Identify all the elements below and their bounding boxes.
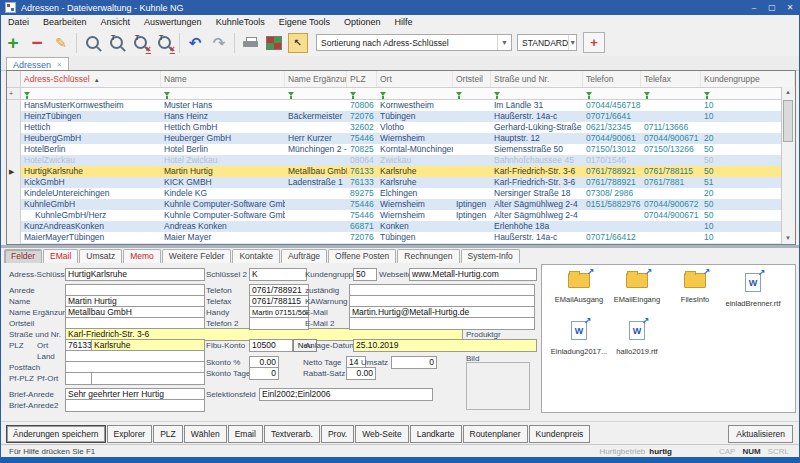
filter-cell-telefon[interactable] <box>583 88 641 99</box>
chevron-down-icon[interactable]: ▼ <box>497 35 511 50</box>
detail-tab-umsatz[interactable]: Umsatz <box>79 249 122 263</box>
search-text-button[interactable]: T <box>105 32 127 54</box>
aktualisieren-button[interactable]: Aktualisieren <box>728 425 793 443</box>
button-änderungen-speichern[interactable]: Änderungen speichern <box>6 425 106 443</box>
table-row[interactable]: KindeleUntereichingenKindele KG89275Elch… <box>7 188 795 199</box>
table-row[interactable]: KunzAndreasKonkenAndreas Konken66871Konk… <box>7 221 795 232</box>
minimize-button[interactable]: – <box>745 0 763 15</box>
menu-item-eigene-tools[interactable]: Eigene Tools <box>272 15 337 29</box>
menu-item-optionen[interactable]: Optionen <box>337 15 388 29</box>
redo-button[interactable]: ↷ <box>208 32 230 54</box>
scrollbar-thumb[interactable] <box>783 100 793 142</box>
search-filter-button[interactable]: T× <box>129 32 151 54</box>
button-explorer[interactable]: Explorer <box>107 425 153 443</box>
search-button[interactable] <box>81 32 103 54</box>
file-item-einladung2017[interactable]: Einladung2017... <box>550 319 608 365</box>
table-row[interactable]: HotelZwickauHotel Zwickau08064ZwickauBah… <box>7 155 795 166</box>
column-header-name[interactable]: Name <box>161 71 285 87</box>
menu-item-ansicht[interactable]: Ansicht <box>94 15 138 29</box>
column-header-adress-schlüssel[interactable]: Adress-Schlüssel▲ <box>21 71 161 87</box>
umsatz-input[interactable]: 0 <box>391 356 437 369</box>
button-plz[interactable]: PLZ <box>153 425 183 443</box>
grid-filter-row[interactable]: + <box>7 88 795 100</box>
add-record-button[interactable]: + <box>2 32 24 54</box>
detail-tab-weitere-felder[interactable]: Weitere Felder <box>162 249 232 263</box>
fibu-konto-input[interactable]: 10500 <box>249 339 293 352</box>
search-filter-clear-button[interactable]: T× <box>153 32 175 54</box>
tab-adressen[interactable]: Adressen × <box>6 57 69 71</box>
add-view-button[interactable]: + <box>583 32 605 53</box>
schluessel2-input[interactable]: K <box>249 268 307 281</box>
table-row[interactable]: HotelBerlinHotel BerlinMünchingen 2 - 57… <box>7 144 795 155</box>
vertical-scrollbar[interactable]: ▲ ▼ <box>781 87 795 244</box>
detail-tab-offene-posten[interactable]: Offene Posten <box>328 249 396 263</box>
detail-tab-system-info[interactable]: System-Info <box>461 249 520 263</box>
print-button[interactable] <box>239 32 261 54</box>
menu-item-auswertungen[interactable]: Auswertungen <box>137 15 209 29</box>
menu-item-datei[interactable]: Datei <box>1 15 36 29</box>
column-header-ortsteil[interactable]: Ortsteil <box>453 71 491 87</box>
column-header-straße-und-nr[interactable]: Straße und Nr. <box>491 71 583 87</box>
filter-cell-plz[interactable] <box>347 88 377 99</box>
table-row[interactable]: MaierMayerTübingenMaier Mayer72076Tübing… <box>7 232 795 243</box>
file-item-emailausgang[interactable]: EMailAusgang <box>550 271 608 317</box>
sort-combo[interactable]: Sortierung nach Adress-Schlüssel ▼ <box>316 34 512 51</box>
detail-tab-email[interactable]: EMail <box>43 249 78 263</box>
filter-cell-name[interactable] <box>161 88 285 99</box>
button-web-seite[interactable]: Web-Seite <box>355 425 409 443</box>
scroll-up-icon[interactable]: ▲ <box>782 87 794 98</box>
file-item-emaileingang[interactable]: EMailEingang <box>608 271 666 317</box>
edit-record-button[interactable]: ✎ <box>50 32 72 54</box>
filter-cell-ort[interactable] <box>377 88 453 99</box>
undo-button[interactable]: ↶ <box>184 32 206 54</box>
filter-cell-straße-und-nr[interactable] <box>491 88 583 99</box>
button-email[interactable]: Email <box>228 425 263 443</box>
table-row[interactable]: HettichHettich GmbH32602VlothoGerhard-Lü… <box>7 122 795 133</box>
table-row[interactable]: KuhnleGmbH/HerzKuhnle Computer-Software … <box>7 210 795 221</box>
filter-cell-telefax[interactable] <box>641 88 701 99</box>
button-landkarte[interactable]: Landkarte <box>410 425 462 443</box>
column-header-telefax[interactable]: Telefax <box>641 71 701 87</box>
pf-plz-input[interactable] <box>65 372 93 385</box>
table-view-button[interactable] <box>263 32 285 54</box>
kundengruppe-input[interactable]: 50 <box>353 268 377 281</box>
menu-item-hilfe[interactable]: Hilfe <box>388 15 420 29</box>
pointer-mode-button[interactable]: ↖ <box>287 32 309 54</box>
close-button[interactable]: ✕ <box>781 0 799 15</box>
brief-anrede2-input[interactable] <box>65 399 205 412</box>
scroll-down-icon[interactable]: ▼ <box>782 233 794 244</box>
chevron-down-icon[interactable]: ▼ <box>568 35 576 50</box>
menu-item-kuhnletools[interactable]: KuhnleTools <box>209 15 272 29</box>
button-routenplaner[interactable]: Routenplaner <box>463 425 528 443</box>
anlage-datum-input[interactable]: 25.10.2019 <box>353 339 537 352</box>
button-kundenpreis[interactable]: Kundenpreis <box>529 425 591 443</box>
button-prov[interactable]: Prov. <box>321 425 354 443</box>
column-header-telefon[interactable]: Telefon <box>583 71 641 87</box>
table-row[interactable]: ▶HurtigKarlsruheMartin HurtigMetallbau G… <box>7 166 795 177</box>
detail-tab-aufträge[interactable]: Aufträge <box>281 249 327 263</box>
menu-item-bearbeiten[interactable]: Bearbeiten <box>36 15 94 29</box>
adress-schluessel-input[interactable]: HurtigKarlsruhe <box>65 268 205 281</box>
linked-files-panel[interactable]: EMailAusgangEMailEingangFilesInfoeinladB… <box>541 264 796 413</box>
column-header-ort[interactable]: Ort <box>377 71 453 87</box>
filter-cell-adress-schlüssel[interactable] <box>21 88 161 99</box>
telefon2-input[interactable] <box>249 317 309 330</box>
table-row[interactable]: KuhnleGmbHKuhnle Computer-Software GmbH7… <box>7 199 795 210</box>
tab-close-icon[interactable]: × <box>57 60 62 69</box>
file-item-filesinfo[interactable]: FilesInfo <box>666 271 724 317</box>
column-header-kundengruppe[interactable]: Kundengruppe <box>701 71 795 87</box>
delete-record-button[interactable]: − <box>26 32 48 54</box>
column-header-name-ergänzung[interactable]: Name Ergänzung <box>285 71 347 87</box>
filter-cell-ortsteil[interactable] <box>453 88 491 99</box>
table-row[interactable]: HansMusterKornwestheimMuster Hans70806Ko… <box>7 100 795 111</box>
table-row[interactable]: HeubergGmbHHeuberger GmbHHerr Kurzer7544… <box>7 133 795 144</box>
table-row[interactable]: HeinzTübingenHans HeinzBäckermeister7207… <box>7 111 795 122</box>
file-item-einladbrenner-rtf[interactable]: einladBrenner.rtf <box>724 271 782 317</box>
button-wählen[interactable]: Wählen <box>184 425 227 443</box>
filter-cell-name-ergänzung[interactable] <box>285 88 347 99</box>
detail-tab-rechnungen[interactable]: Rechnungen <box>397 249 459 263</box>
pf-ort-input[interactable] <box>91 372 205 385</box>
webseite-input[interactable]: www.Metall-Hurtig.com <box>409 268 537 281</box>
view-combo[interactable]: STANDARD ▼ <box>517 34 577 51</box>
column-header-plz[interactable]: PLZ <box>347 71 377 87</box>
